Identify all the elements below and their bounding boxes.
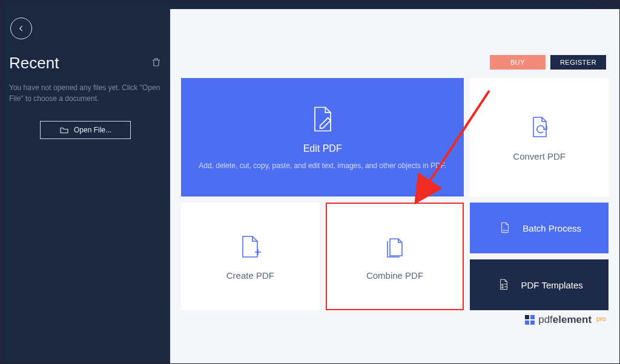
combine-pdf-icon [380,233,409,262]
window-maximize-button[interactable]: □ [602,2,607,8]
brand-name-light: pdf [538,314,553,325]
card-convert-pdf[interactable]: Convert PDF [470,78,608,197]
window-close-button[interactable]: × [612,2,617,8]
main-area: BUY REGISTER Edit PDF Add, delete, cut, … [170,9,619,363]
card-create-title: Create PDF [226,270,274,281]
brand-mark-icon [525,315,535,325]
cards-grid: Edit PDF Add, delete, cut, copy, paste, … [181,78,608,310]
sidebar: Recent You have not opened any files yet… [1,9,170,363]
brand-name-bold: element [553,314,592,325]
recent-title: Recent [9,54,59,73]
folder-icon [59,126,69,134]
card-pdf-templates[interactable]: PDF Templates [470,259,608,310]
open-file-label: Open File... [74,126,111,134]
chevron-left-icon [17,24,25,33]
edit-pdf-icon [307,103,338,135]
card-edit-pdf[interactable]: Edit PDF Add, delete, cut, copy, paste, … [181,78,464,197]
window-minimize-button[interactable]: — [588,2,596,8]
create-pdf-icon [236,233,265,262]
card-combine-title: Combine PDF [366,270,423,281]
card-templates-title: PDF Templates [521,280,583,290]
back-button[interactable] [10,18,32,39]
trash-icon[interactable] [151,57,162,70]
card-convert-title: Convert PDF [513,151,566,161]
side-cards: Batch Process PDF Templates [470,203,608,310]
batch-process-icon [497,220,513,236]
buy-button[interactable]: BUY [490,55,546,70]
card-batch-title: Batch Process [523,223,581,233]
card-combine-pdf[interactable]: Combine PDF [326,203,464,310]
card-create-pdf[interactable]: Create PDF [181,203,320,310]
card-batch-process[interactable]: Batch Process [470,203,608,253]
card-edit-subtitle: Add, delete, cut, copy, paste, and edit … [199,160,446,171]
brand-tier: pro [596,315,606,322]
register-button[interactable]: REGISTER [550,55,606,70]
convert-pdf-icon [525,114,554,143]
card-edit-title: Edit PDF [303,143,342,154]
brand-logo: pdfelement pro [525,314,606,326]
pdf-templates-icon [496,277,512,293]
open-file-button[interactable]: Open File... [40,121,131,139]
window-title-bar: — □ × [1,1,619,9]
recent-empty-hint: You have not opened any files yet. Click… [8,82,163,104]
